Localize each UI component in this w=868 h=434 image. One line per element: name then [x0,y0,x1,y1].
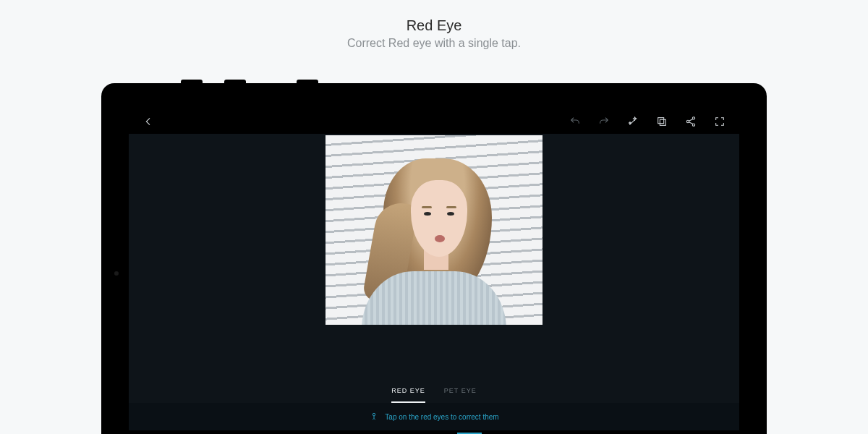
back-button[interactable] [139,112,158,131]
auto-enhance-button[interactable] [624,112,642,131]
promo-title: Red Eye [0,17,868,34]
photo-editor-app: RED EYE PET EYE Tap on the red eyes to c… [129,109,739,434]
bottom-toolbar [129,430,739,434]
hint-text: Tap on the red eyes to correct them [385,413,498,421]
svg-point-2 [692,117,694,119]
tablet-camera [114,271,119,276]
hint-bar: Tap on the red eyes to correct them [129,403,739,430]
svg-point-5 [373,413,376,416]
svg-rect-1 [660,119,665,125]
share-button[interactable] [681,112,700,131]
svg-point-4 [692,124,694,126]
fullscreen-icon [714,116,726,127]
back-icon [142,116,154,127]
top-toolbar [129,109,739,134]
tab-pet-eye[interactable]: PET EYE [444,387,477,403]
redo-icon [598,116,610,127]
magic-wand-icon [627,116,639,127]
fullscreen-button[interactable] [710,112,729,131]
undo-button[interactable] [566,112,584,131]
tablet-frame: RED EYE PET EYE Tap on the red eyes to c… [101,83,767,434]
layers-icon [656,116,668,127]
undo-icon [569,116,581,127]
photo-subject [354,148,514,325]
editor-canvas[interactable] [129,134,739,387]
tab-red-eye[interactable]: RED EYE [391,387,425,403]
promo-header: Red Eye Correct Red eye with a single ta… [0,0,868,50]
edited-photo[interactable] [326,135,542,325]
share-icon [685,116,697,127]
promo-subtitle: Correct Red eye with a single tap. [0,37,868,50]
redo-button[interactable] [595,112,613,131]
svg-rect-0 [658,118,664,124]
mode-tabs: RED EYE PET EYE [129,387,739,403]
tap-icon [369,412,379,422]
layers-button[interactable] [652,112,671,131]
